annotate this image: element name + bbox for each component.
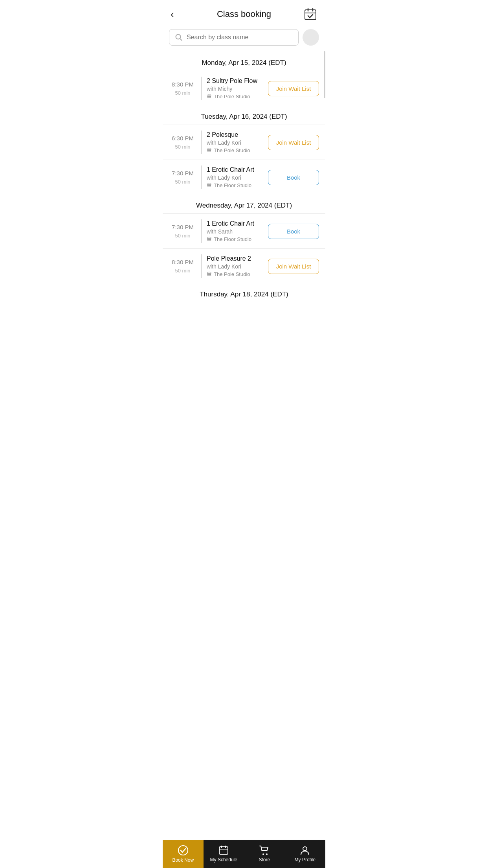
location-icon: 🏛 <box>207 236 212 242</box>
join-waitlist-button[interactable]: Join Wait List <box>268 259 319 274</box>
location-icon: 🏛 <box>207 182 212 188</box>
class-row: 7:30 PM 50 min 1 Erotic Chair Art with L… <box>163 160 325 195</box>
class-row: 8:30 PM 50 min Pole Pleasure 2 with Lady… <box>163 248 325 283</box>
scrollbar-thumb[interactable] <box>324 51 325 98</box>
class-time: 8:30 PM 50 min <box>169 258 196 274</box>
class-time: 8:30 PM 50 min <box>169 80 196 97</box>
date-tuesday: Tuesday, Apr 16, 2024 (EDT) <box>163 106 325 125</box>
date-wednesday: Wednesday, Apr 17, 2024 (EDT) <box>163 195 325 213</box>
class-row: 6:30 PM 50 min 2 Polesque with Lady Kori… <box>163 125 325 160</box>
class-divider <box>201 254 202 278</box>
date-monday: Monday, Apr 15, 2024 (EDT) <box>163 52 325 71</box>
class-location: 🏛 The Pole Studio <box>207 94 263 99</box>
location-icon: 🏛 <box>207 147 212 153</box>
class-list: Monday, Apr 15, 2024 (EDT) 8:30 PM 50 mi… <box>163 52 325 334</box>
class-info: Pole Pleasure 2 with Lady Kori 🏛 The Pol… <box>207 255 263 277</box>
class-divider <box>201 77 202 100</box>
search-box <box>169 29 299 46</box>
search-icon <box>175 33 183 41</box>
svg-line-5 <box>180 39 182 40</box>
class-row: 7:30 PM 50 min 1 Erotic Chair Art with S… <box>163 213 325 248</box>
class-row: 8:30 PM 50 min 2 Sultry Pole Flow with M… <box>163 71 325 106</box>
class-location: 🏛 The Floor Studio <box>207 182 263 188</box>
location-icon: 🏛 <box>207 271 212 277</box>
calendar-button[interactable] <box>303 7 317 21</box>
location-icon: 🏛 <box>207 94 212 99</box>
class-divider <box>201 131 202 154</box>
class-info: 1 Erotic Chair Art with Lady Kori 🏛 The … <box>207 166 263 188</box>
class-time: 7:30 PM 50 min <box>169 169 196 186</box>
book-button[interactable]: Book <box>268 170 319 185</box>
class-divider <box>201 219 202 243</box>
page-title: Class booking <box>217 9 271 19</box>
class-location: 🏛 The Pole Studio <box>207 271 263 277</box>
class-info: 1 Erotic Chair Art with Sarah 🏛 The Floo… <box>207 220 263 242</box>
book-button[interactable]: Book <box>268 224 319 239</box>
class-info: 2 Polesque with Lady Kori 🏛 The Pole Stu… <box>207 131 263 153</box>
date-thursday: Thursday, Apr 18, 2024 (EDT) <box>163 283 325 302</box>
join-waitlist-button[interactable]: Join Wait List <box>268 135 319 150</box>
back-button[interactable]: ‹ <box>171 8 185 20</box>
join-waitlist-button[interactable]: Join Wait List <box>268 81 319 96</box>
class-time: 7:30 PM 50 min <box>169 223 196 239</box>
class-divider <box>201 166 202 189</box>
svg-rect-0 <box>305 10 316 20</box>
class-time: 6:30 PM 50 min <box>169 134 196 151</box>
avatar[interactable] <box>303 29 319 46</box>
header: ‹ Class booking <box>163 0 325 26</box>
search-row <box>163 26 325 52</box>
class-info: 2 Sultry Pole Flow with Michy 🏛 The Pole… <box>207 77 263 99</box>
class-location: 🏛 The Floor Studio <box>207 236 263 242</box>
calendar-check-icon <box>304 8 317 20</box>
class-location: 🏛 The Pole Studio <box>207 147 263 153</box>
search-input[interactable] <box>187 34 293 41</box>
